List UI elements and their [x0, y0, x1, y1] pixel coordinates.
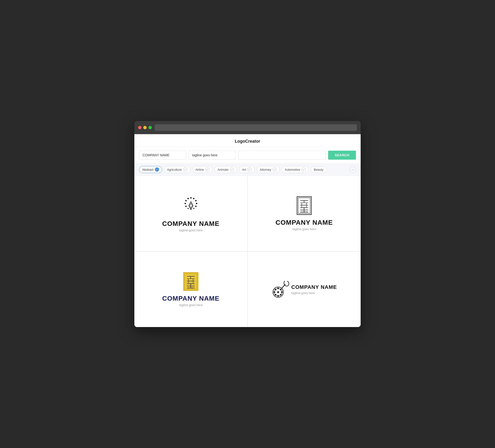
- tagline-input[interactable]: [189, 151, 236, 160]
- check-icon-airline: ✓: [205, 168, 209, 172]
- seal-black-svg: [297, 196, 312, 215]
- logo-2-tagline: tagline goes here: [292, 227, 316, 231]
- logo-card-4[interactable]: COMPANY NAME tagline goes here: [248, 252, 361, 327]
- check-icon-agriculture: ✓: [183, 168, 187, 172]
- check-icon-animals: ✓: [230, 168, 234, 172]
- film-tennis-svg: [272, 281, 289, 299]
- traffic-light-maximize[interactable]: [149, 126, 152, 129]
- svg-point-45: [274, 292, 275, 293]
- logo-3-tagline: tagline goes here: [179, 303, 203, 307]
- filter-chip-automotive[interactable]: Automotive ✓: [282, 166, 309, 173]
- company-name-input[interactable]: [139, 151, 186, 160]
- svg-point-48: [280, 289, 281, 291]
- svg-point-9: [185, 203, 186, 204]
- check-icon-art: ✓: [248, 168, 252, 172]
- filter-chip-airline[interactable]: Airline ✓: [192, 166, 213, 173]
- search-button[interactable]: SEARCH: [328, 151, 356, 160]
- filter-chip-animals[interactable]: Animals ✓: [215, 166, 237, 173]
- svg-point-8: [185, 206, 187, 207]
- filter-chip-agriculture[interactable]: Agriculture ✓: [164, 166, 191, 173]
- logo-1-tagline: tagline goes here: [179, 228, 203, 232]
- search-bar: SEARCH: [134, 147, 361, 164]
- address-bar[interactable]: [155, 124, 357, 131]
- svg-point-11: [187, 198, 189, 199]
- filter-label-attorney: Attorney: [260, 168, 271, 171]
- svg-point-10: [185, 200, 187, 201]
- svg-point-4: [195, 206, 197, 207]
- filter-label-agriculture: Agriculture: [167, 168, 182, 171]
- keyword-input[interactable]: [238, 151, 326, 160]
- app-header: LogoCreator: [134, 134, 361, 147]
- filter-chip-beauty[interactable]: Beauty: [311, 167, 326, 173]
- logo-icon-1: [180, 195, 202, 216]
- filter-label-abstract: Abstract: [142, 168, 153, 171]
- filter-next-button[interactable]: →: [349, 166, 356, 173]
- logo-1-company: COMPANY NAME: [162, 220, 220, 227]
- logo-4-tagline: tagline goes here: [291, 291, 337, 295]
- logo-icon-3: [183, 272, 198, 291]
- svg-point-1: [193, 198, 194, 199]
- logo-grid: COMPANY NAME tagline goes here: [134, 176, 361, 327]
- filter-chip-attorney[interactable]: Attorney ✓: [257, 166, 280, 173]
- svg-point-2: [195, 200, 197, 201]
- check-icon-automotive: ✓: [302, 168, 306, 172]
- traffic-light-minimize[interactable]: [143, 126, 147, 129]
- filter-label-art: Art: [242, 168, 246, 171]
- check-icon-abstract: ✓: [155, 168, 159, 172]
- svg-point-42: [277, 291, 279, 293]
- logo-4-wrapper: COMPANY NAME tagline goes here: [272, 281, 337, 298]
- filter-chip-abstract[interactable]: Abstract ✓: [139, 166, 162, 173]
- app-title: LogoCreator: [235, 139, 260, 144]
- svg-point-3: [196, 203, 197, 204]
- traffic-lights: [138, 126, 152, 129]
- dot-diamond-svg: [180, 195, 202, 216]
- traffic-light-close[interactable]: [138, 126, 141, 129]
- browser-window: LogoCreator SEARCH Abstract ✓ Agricultur…: [134, 121, 361, 327]
- svg-point-7: [187, 208, 189, 209]
- svg-point-47: [275, 289, 276, 291]
- check-icon-attorney: ✓: [273, 168, 277, 172]
- filter-label-beauty: Beauty: [314, 168, 323, 171]
- seal-yellow-svg: [183, 272, 198, 291]
- svg-point-0: [190, 197, 192, 198]
- filter-label-automotive: Automotive: [285, 168, 300, 171]
- logo-icon-2: [297, 196, 312, 215]
- logo-4-text: COMPANY NAME tagline goes here: [291, 284, 337, 295]
- filter-bar: Abstract ✓ Agriculture ✓ Airline ✓ Anima…: [134, 164, 361, 176]
- logo-card-2[interactable]: COMPANY NAME tagline goes here: [248, 176, 361, 251]
- svg-point-44: [277, 295, 279, 297]
- svg-point-50: [280, 294, 281, 296]
- logo-3-company: COMPANY NAME: [162, 295, 220, 302]
- logo-card-1[interactable]: COMPANY NAME tagline goes here: [134, 176, 247, 251]
- svg-point-49: [275, 294, 276, 296]
- svg-point-46: [281, 292, 283, 293]
- logo-card-3[interactable]: COMPANY NAME tagline goes here: [134, 252, 247, 327]
- browser-chrome: [134, 121, 361, 134]
- filter-chip-art[interactable]: Art ✓: [239, 166, 255, 173]
- logo-4-company: COMPANY NAME: [291, 284, 337, 290]
- app-content: LogoCreator SEARCH Abstract ✓ Agricultur…: [134, 134, 361, 327]
- filter-label-airline: Airline: [195, 168, 204, 171]
- svg-point-5: [193, 208, 194, 209]
- svg-point-43: [277, 288, 279, 289]
- filter-label-animals: Animals: [218, 168, 228, 171]
- logo-2-company: COMPANY NAME: [275, 219, 333, 226]
- logo-icon-4: [272, 281, 288, 298]
